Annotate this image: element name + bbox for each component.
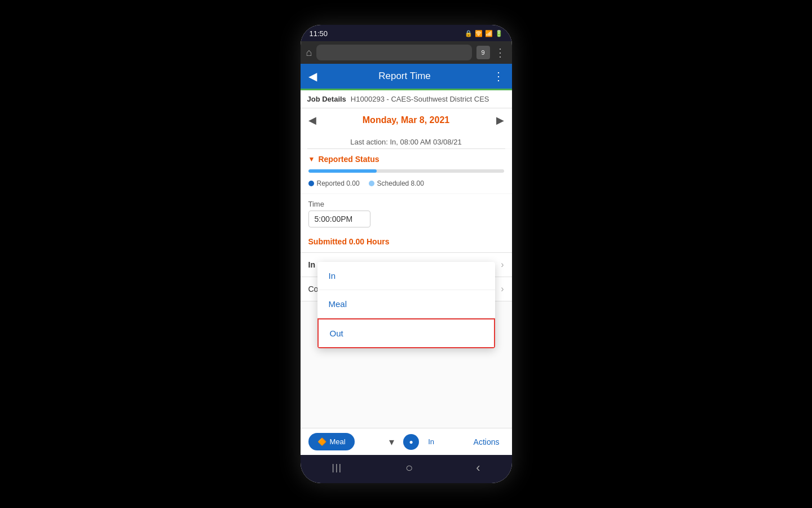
last-action: Last action: In, 08:00 AM 03/08/21 — [301, 132, 512, 148]
time-label: Time — [308, 200, 504, 208]
lock-icon: 🔒 — [465, 30, 473, 37]
time-input[interactable]: 5:00:00PM — [308, 211, 370, 227]
android-nav: ||| ○ ‹ — [301, 455, 512, 483]
dropdown-item-in[interactable]: In — [317, 262, 495, 290]
android-home-icon[interactable]: ○ — [405, 461, 413, 475]
browser-tab-badge[interactable]: 9 — [476, 46, 490, 59]
progress-bar-track — [308, 169, 504, 173]
reported-status-label: Reported Status — [318, 155, 379, 164]
bottom-in-label: In — [428, 437, 434, 446]
app-title: Report Time — [324, 71, 486, 82]
date-next-button[interactable]: ▶ — [496, 114, 504, 126]
time-section: Time 5:00:00PM — [301, 194, 512, 233]
meal-button-label: Meal — [330, 437, 346, 446]
progress-legend: Reported 0.00 Scheduled 8.00 — [301, 176, 512, 193]
bottom-in-circle: ● — [403, 434, 419, 450]
reported-status-chevron: ▼ — [308, 155, 315, 163]
browser-chrome: ⌂ 9 ⋮ — [301, 41, 512, 64]
topbar-menu-button[interactable]: ⋮ — [493, 69, 504, 83]
wifi-icon: 🛜 — [475, 30, 483, 37]
back-button[interactable]: ◀ — [308, 69, 317, 83]
date-nav: ◀ Monday, Mar 8, 2021 ▶ — [301, 108, 512, 132]
browser-url-bar[interactable] — [316, 45, 471, 60]
legend-reported-label: Reported 0.00 — [317, 179, 360, 187]
bottom-dropdown-icon[interactable]: ▾ — [389, 436, 394, 448]
actions-button[interactable]: Actions — [469, 435, 504, 449]
android-menu-icon[interactable]: ||| — [332, 463, 342, 473]
browser-home-icon[interactable]: ⌂ — [306, 47, 312, 59]
legend-scheduled-label: Scheduled 8.00 — [377, 179, 424, 187]
submitted-hours: Submitted 0.00 Hours — [301, 233, 512, 253]
reported-status-header[interactable]: ▼ Reported Status — [301, 149, 512, 166]
dropdown-item-out[interactable]: Out — [317, 318, 495, 348]
bottom-bar: 🔶 Meal ▾ ● In Actions — [301, 428, 512, 455]
job-details-value: H1000293 - CAES-Southwest District CES — [351, 95, 489, 103]
signal-icon: 📶 — [485, 30, 493, 37]
meal-icon: 🔶 — [317, 437, 326, 446]
legend-reported: Reported 0.00 — [308, 179, 360, 187]
content-area: Last action: In, 08:00 AM 03/08/21 ▼ Rep… — [301, 132, 512, 428]
dropdown-menu: In Meal Out — [317, 262, 495, 348]
battery-icon: 🔋 — [495, 30, 503, 37]
submitted-hours-label: Submitted 0.00 Hours — [308, 237, 390, 246]
legend-scheduled: Scheduled 8.00 — [369, 179, 424, 187]
browser-menu-icon[interactable]: ⋮ — [495, 46, 506, 59]
status-icons: 🔒 🛜 📶 🔋 — [465, 30, 503, 37]
job-details-row: Job Details H1000293 - CAES-Southwest Di… — [301, 90, 512, 108]
progress-bar-container — [301, 166, 512, 176]
progress-bar-fill — [308, 169, 377, 173]
dropdown-item-meal[interactable]: Meal — [317, 290, 495, 318]
status-time: 11:50 — [310, 29, 328, 38]
bottom-icons: ▾ ● In — [389, 434, 434, 450]
meal-button[interactable]: 🔶 Meal — [308, 433, 355, 450]
comments-chevron: › — [501, 284, 504, 294]
in-row-chevron: › — [501, 260, 504, 270]
last-action-text: Last action: In, 08:00 AM 03/08/21 — [350, 138, 461, 146]
app-topbar: ◀ Report Time ⋮ — [301, 64, 512, 90]
android-back-icon[interactable]: ‹ — [476, 461, 480, 475]
legend-scheduled-dot — [369, 181, 374, 186]
legend-reported-dot — [308, 181, 314, 186]
status-bar: 11:50 🔒 🛜 📶 🔋 — [301, 25, 512, 41]
job-details-label: Job Details — [307, 95, 346, 103]
date-label: Monday, Mar 8, 2021 — [363, 115, 449, 125]
date-prev-button[interactable]: ◀ — [308, 114, 316, 126]
